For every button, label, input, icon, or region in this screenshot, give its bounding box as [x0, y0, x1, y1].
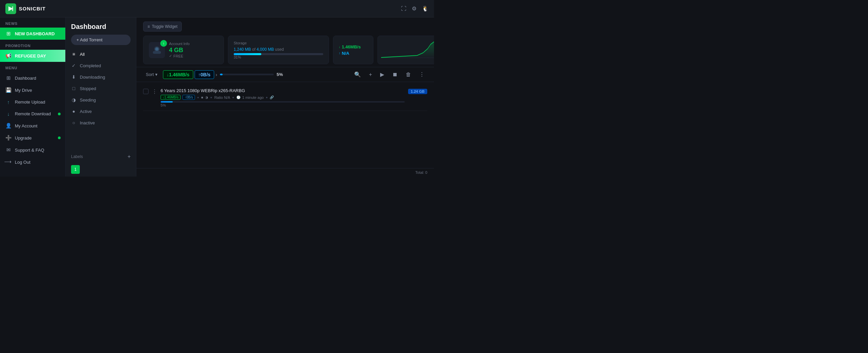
filter-list: ≡ All ✓ Completed ⬇ Downloading □ Stoppe… [66, 48, 136, 151]
speed-badge-upload: ↑0B/s [195, 70, 215, 79]
time-icon: 🕐 [236, 96, 240, 99]
toggle-widget-icon: ≡ [148, 24, 150, 29]
page-1-button[interactable]: 1 [71, 165, 80, 174]
overall-progress-label: 5% [276, 72, 283, 77]
toggle-widget-button[interactable]: ≡ Toggle Widget [143, 22, 182, 32]
speed-down-widget: ↓ 1.46MB/s ↑ N/A [333, 36, 373, 64]
download-icon: ↓ [5, 111, 11, 117]
add-torrent-icon-button[interactable]: + [366, 70, 375, 79]
filter-stopped-label: Stopped [80, 86, 96, 91]
sidebar-item-logout[interactable]: ⟵ Log Out [0, 156, 65, 168]
storage-label: Storage [234, 41, 323, 45]
torrent-size-badge: 1.24 GB [408, 89, 427, 94]
logo-area: SONICBIT [5, 3, 69, 14]
sidebar-label-my-account: My Account [15, 123, 37, 129]
filter-seeding[interactable]: ◑ Seeding [66, 94, 136, 106]
torrent-speed-up: ↑0B/s [183, 95, 195, 100]
filter-completed[interactable]: ✓ Completed [66, 60, 136, 71]
sidebar-item-label-promotion: REFUGEE DAY [15, 54, 46, 59]
filter-seeding-label: Seeding [80, 98, 96, 103]
sidebar-item-upgrade[interactable]: ➕ Upgrade [0, 132, 65, 144]
sidebar-item-new-dashboard[interactable]: ⊞ NEW DASHBOARD [0, 28, 65, 40]
filter-downloading[interactable]: ⬇ Downloading [66, 71, 136, 83]
sidebar-label-remote-download: Remote Download [15, 111, 51, 116]
pause-button[interactable]: ⏹ [390, 70, 400, 79]
sidebar-item-label: NEW DASHBOARD [15, 31, 55, 36]
torrent-meta: ↓1.46MB/s ↑0B/s ● ■ ◑ ● Ratio N/A ● 🕐 1 … [161, 95, 405, 100]
sidebar-item-my-drive[interactable]: 💾 My Drive [0, 84, 65, 96]
torrent-ratio: Ratio N/A [214, 96, 230, 100]
torrent-list: ⋮ 6 Years 2015 1080p WEBRip x265-RARBG ↓… [136, 82, 434, 168]
torrent-time-ago: 1 minute ago [242, 96, 264, 100]
svg-point-4 [155, 47, 159, 51]
completed-icon: ✓ [71, 63, 76, 68]
delete-button[interactable]: 🗑 [403, 70, 414, 79]
user-avatar-icon[interactable]: 🐧 [422, 5, 429, 12]
filter-inactive[interactable]: ○ Inactive [66, 117, 136, 129]
speed-up-value: N/A [342, 51, 349, 56]
account-icon: 👤 [5, 123, 11, 129]
sidebar-item-remote-upload[interactable]: ↑ Remote Upload [0, 96, 65, 108]
torrent-info: 6 Years 2015 1080p WEBRip x265-RARBG ↓1.… [161, 88, 405, 107]
left-sidebar: News ⊞ NEW DASHBOARD Promotion 📢 REFUGEE… [0, 17, 66, 176]
storage-widget: Storage 1,240 MB of 4,000 MB used 31% [228, 36, 329, 64]
torrent-name: 6 Years 2015 1080p WEBRip x265-RARBG [161, 88, 405, 93]
inactive-icon: ○ [71, 120, 76, 126]
speed-badge-download: ↓1.46MB/s [163, 70, 193, 79]
storage-total: 4,000 MB [256, 47, 274, 52]
labels-section: Labels + [66, 151, 136, 163]
content-header: ≡ Toggle Widget [136, 17, 434, 36]
more-options-button[interactable]: ⋮ [416, 70, 427, 79]
settings-icon[interactable]: ⚙ [412, 5, 416, 12]
filter-all[interactable]: ≡ All [66, 48, 136, 60]
sort-button[interactable]: Sort ▾ [143, 71, 160, 78]
sidebar-label-support: Support & FAQ [15, 148, 44, 153]
filter-active[interactable]: ● Active [66, 106, 136, 117]
search-button[interactable]: 🔍 [351, 70, 364, 79]
all-icon: ≡ [71, 51, 76, 57]
play-button[interactable]: ▶ [377, 70, 387, 79]
torrent-progress-fill [161, 101, 173, 103]
speed-expand-icon[interactable]: › [216, 72, 217, 77]
toggle-widget-label: Toggle Widget [152, 24, 178, 29]
filter-all-label: All [80, 52, 85, 57]
sort-chevron-icon: ▾ [155, 72, 158, 77]
header-actions: ⛶ ⚙ 🐧 [401, 5, 429, 12]
sidebar-item-my-account[interactable]: 👤 My Account [0, 120, 65, 132]
page-title: Dashboard [71, 23, 131, 31]
account-icon-wrap: ↑ [149, 42, 165, 58]
seeding-icon: ◑ [71, 97, 76, 103]
add-torrent-button[interactable]: + Add Torrent [71, 35, 131, 45]
account-widget: ↑ Account Info 4 GB ✓ FREE [143, 36, 224, 64]
filter-downloading-label: Downloading [80, 75, 105, 80]
sidebar-item-remote-download[interactable]: ↓ Remote Download [0, 108, 65, 120]
promotion-icon: 📢 [5, 53, 11, 59]
middle-header: Dashboard + Add Torrent [66, 17, 136, 48]
main-layout: News ⊞ NEW DASHBOARD Promotion 📢 REFUGEE… [0, 17, 434, 176]
labels-add-button[interactable]: + [128, 154, 131, 160]
dashboard-icon: ⊞ [5, 31, 11, 37]
pause-indicator-icon: ■ [201, 96, 203, 99]
filter-inactive-label: Inactive [80, 120, 95, 126]
stopped-icon: □ [71, 86, 76, 91]
sidebar-item-support[interactable]: ✉ Support & FAQ [0, 144, 65, 156]
logo-icon [5, 3, 16, 14]
widgets-row: ↑ Account Info 4 GB ✓ FREE Storage 1,240… [136, 36, 434, 67]
external-link-icon[interactable]: 🔗 [270, 96, 274, 99]
filter-stopped[interactable]: □ Stopped [66, 83, 136, 94]
svg-rect-3 [153, 51, 161, 54]
sidebar-label-upgrade: Upgrade [15, 136, 32, 141]
account-gb: 4 GB [169, 47, 190, 54]
expand-icon[interactable]: ⛶ [401, 6, 406, 12]
separator-dot-4: ● [266, 96, 268, 99]
sidebar-section-menu: Menu [0, 62, 65, 72]
sidebar-item-dashboard[interactable]: ⊞ Dashboard [0, 72, 65, 84]
logo-text: SONICBIT [19, 6, 46, 11]
torrent-menu-icon[interactable]: ⋮ [152, 89, 157, 95]
torrent-progress-label: 5% [161, 103, 405, 107]
speed-up-indicator: ↑ N/A [339, 51, 368, 56]
torrent-checkbox[interactable] [143, 89, 149, 94]
speed-chart [381, 39, 434, 60]
sidebar-item-refugee-day[interactable]: 📢 REFUGEE DAY [0, 50, 65, 62]
total-label: Total: 0 [136, 168, 434, 176]
